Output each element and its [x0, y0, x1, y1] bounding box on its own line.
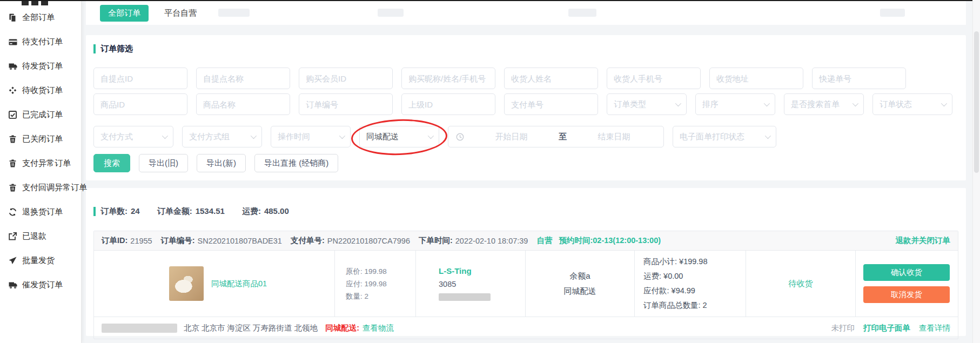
- filter-input-buyer-nickname[interactable]: [401, 68, 495, 89]
- filter-select-first-order[interactable]: 是否搜索首单: [784, 93, 864, 115]
- sidebar-item-completed[interactable]: 已完成订单: [9, 103, 81, 127]
- filter-select-city-delivery[interactable]: 同城配送: [359, 126, 439, 147]
- view-logistics-link[interactable]: 查看物流: [363, 323, 394, 333]
- scrollbar-thumb[interactable]: [974, 31, 979, 173]
- sidebar-item-returns[interactable]: 退换货订单: [9, 200, 81, 224]
- sidebar-item-label: 批量发货: [22, 255, 55, 266]
- sidebar-item-all-orders[interactable]: 全部订单: [9, 5, 81, 30]
- scrollbar[interactable]: [972, 0, 980, 343]
- buyer-name-link[interactable]: L-S-Ting: [439, 266, 525, 275]
- files-icon: [9, 14, 17, 22]
- view-detail-link[interactable]: 查看详情: [919, 323, 950, 333]
- sidebar-item-pending-payment[interactable]: 待支付订单: [9, 30, 81, 54]
- filter-input-order-sn[interactable]: [299, 93, 393, 115]
- filter-row-1: [93, 68, 958, 89]
- filter-select-sort[interactable]: 排序: [695, 93, 775, 115]
- sidebar-item-label: 待支付订单: [22, 37, 63, 47]
- clock-icon: [456, 133, 464, 141]
- total-qty-label: 订单商品总数量:: [643, 301, 701, 310]
- filter-input-pickup-id[interactable]: [93, 68, 187, 89]
- sidebar-item-label: 已退款: [22, 231, 46, 241]
- filter-input-buyer-member-id[interactable]: [299, 68, 393, 89]
- filter-input-parent-id[interactable]: [401, 93, 495, 115]
- filter-select-order-status[interactable]: 订单状态: [872, 93, 952, 115]
- redacted-tab: [880, 9, 905, 17]
- filter-input-product-name[interactable]: [196, 93, 290, 115]
- product-column: 同城配送商品01: [94, 251, 335, 317]
- select-value: 操作时间: [278, 132, 310, 142]
- order-sn-label: 订单编号:: [161, 236, 195, 246]
- confirm-receipt-button[interactable]: 确认收货: [863, 264, 950, 281]
- product-name-link[interactable]: 同城配送商品01: [211, 279, 267, 289]
- search-button[interactable]: 搜索: [93, 154, 130, 172]
- pay-no-label: 支付单号:: [291, 236, 325, 246]
- tab-all-orders[interactable]: 全部订单: [100, 5, 149, 22]
- date-separator: 至: [559, 132, 567, 142]
- sidebar-item-refunded[interactable]: 已退款: [9, 224, 81, 248]
- reserve-time-tag: 预约时间:02-13(12:00-13:00): [559, 236, 661, 246]
- cancel-shipment-button[interactable]: 取消发货: [863, 286, 950, 303]
- filter-row-3: 支付方式 支付方式组 操作时间 同城配送 开始日期 至 结束日期 电子面单打印状…: [93, 126, 958, 147]
- pay-price-value: 199.98: [365, 280, 387, 288]
- tab-platform-self[interactable]: 平台自营: [156, 5, 205, 22]
- filter-select-order-type[interactable]: 订单类型: [607, 93, 687, 115]
- freight-value: 485.00: [264, 206, 289, 216]
- order-sn-value: SN2202101807BADE31: [198, 237, 282, 245]
- payable-label: 应付款:: [643, 286, 669, 295]
- filter-select-print-status[interactable]: 电子面单打印状态: [673, 126, 776, 147]
- sidebar-item-payment-callback-exception[interactable]: 支付回调异常订单: [9, 176, 81, 200]
- filter-input-pickup-name[interactable]: [196, 68, 290, 89]
- delivery-method: 同城配送: [564, 284, 596, 299]
- filter-input-receiver-address[interactable]: [709, 68, 803, 89]
- order-list-panel: 订单数:24 订单金额:1534.51 运费:485.00 订单ID: 2195…: [86, 188, 966, 336]
- filter-row-2: 订单类型 排序 是否搜索首单 订单状态: [93, 93, 958, 115]
- trash-icon: [9, 184, 17, 192]
- filter-select-pay-method[interactable]: 支付方式: [93, 126, 173, 147]
- filter-input-product-id[interactable]: [93, 93, 187, 115]
- filter-select-operate-time[interactable]: 操作时间: [271, 126, 351, 147]
- chevron-down-icon: [675, 100, 681, 106]
- sidebar-item-batch-shipment[interactable]: 批量发货: [9, 248, 81, 273]
- orders-amount-value: 1534.51: [196, 206, 225, 216]
- check-square-icon: [9, 111, 17, 119]
- redacted-buyer-info: [439, 293, 491, 301]
- export-old-button[interactable]: 导出(旧): [139, 154, 188, 172]
- chevron-down-icon: [764, 100, 770, 106]
- order-card-header: 订单ID: 21955 订单编号: SN2202101807BADE31 支付单…: [94, 231, 958, 251]
- select-value: 排序: [702, 99, 719, 110]
- sidebar-item-closed[interactable]: 已关闭订单: [9, 127, 81, 151]
- select-value: 订单状态: [880, 99, 912, 110]
- trash-icon: [9, 159, 17, 168]
- sidebar-item-label: 待收货订单: [22, 85, 63, 96]
- filter-input-payment-no[interactable]: [504, 93, 598, 115]
- filter-input-tracking-no[interactable]: [812, 68, 906, 89]
- export-direct-button[interactable]: 导出直推 (经销商): [254, 154, 338, 172]
- order-summary: 订单数:24 订单金额:1534.51 运费:485.00: [93, 206, 958, 217]
- order-status: 待收货: [789, 279, 813, 289]
- redacted-tab: [378, 9, 404, 17]
- refund-close-link[interactable]: 退款并关闭订单: [896, 236, 951, 246]
- filter-title: 订单筛选: [93, 44, 958, 54]
- total-qty-value: 2: [703, 301, 707, 310]
- orig-price-label: 原价:: [346, 267, 363, 275]
- sidebar-item-pending-receipt[interactable]: 待收货订单: [9, 78, 81, 103]
- filter-select-pay-method-group[interactable]: 支付方式组: [182, 126, 262, 147]
- sidebar-item-payment-exception[interactable]: 支付异常订单: [9, 151, 81, 176]
- sidebar-item-label: 待发货订单: [22, 61, 63, 71]
- filter-date-range[interactable]: 开始日期 至 结束日期: [448, 126, 664, 147]
- sidebar-item-urge-shipment[interactable]: 催发货订单: [9, 273, 81, 297]
- filter-input-receiver-name[interactable]: [504, 68, 598, 89]
- orders-amount-label: 订单金额:: [157, 206, 192, 216]
- filter-panel: 订单筛选 订单类型 排序 是否搜索首单 订: [86, 35, 966, 180]
- export-new-button[interactable]: 导出(新): [197, 154, 246, 172]
- qty-value: 2: [365, 292, 369, 300]
- sidebar: 全部订单 待支付订单 待发货订单 待收货订单 已完成订单 已关闭订单 支付异常订…: [0, 1, 82, 343]
- sidebar-item-pending-shipment[interactable]: 待发货订单: [9, 54, 81, 78]
- redacted-receiver-info: [102, 324, 177, 333]
- freight-label: 运费:: [242, 206, 261, 216]
- order-time-label: 下单时间:: [419, 236, 453, 246]
- select-value: 支付方式组: [189, 132, 230, 142]
- filter-input-receiver-phone[interactable]: [607, 68, 701, 89]
- order-card-body: 同城配送商品01 原价: 199.98 应付: 199.98 数量: 2 L-S…: [94, 251, 958, 317]
- print-waybill-link[interactable]: 打印电子面单: [863, 323, 910, 333]
